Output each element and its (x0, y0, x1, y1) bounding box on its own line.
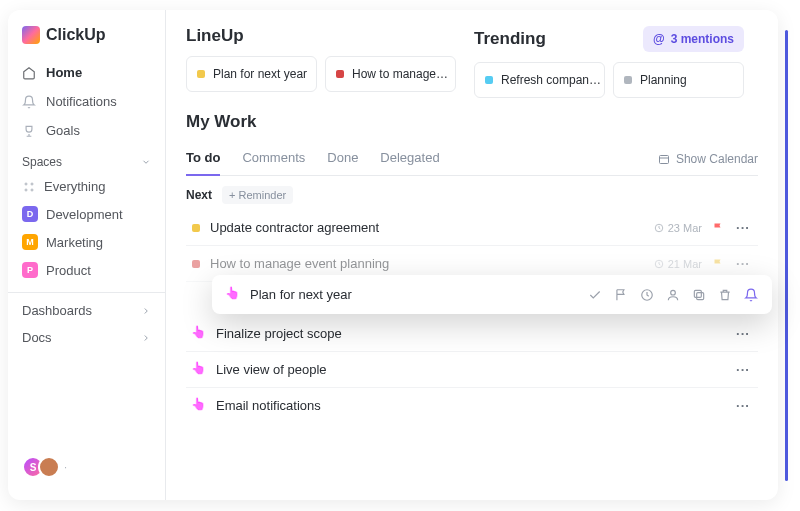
nav-goals[interactable]: Goals (8, 116, 165, 145)
more-icon[interactable]: ··· (734, 326, 752, 341)
status-dot (192, 224, 200, 232)
chevron-right-icon (141, 306, 151, 316)
tab-todo[interactable]: To do (186, 142, 220, 175)
svg-rect-9 (697, 292, 704, 299)
more-icon[interactable]: ··· (734, 398, 752, 413)
hand-icon (192, 363, 206, 377)
nav-label: Notifications (46, 94, 117, 109)
status-dot (197, 70, 205, 78)
sidebar-item-marketing[interactable]: M Marketing (8, 228, 165, 256)
svg-point-8 (671, 290, 676, 295)
everything-label: Everything (44, 179, 105, 194)
nav-label: Goals (46, 123, 80, 138)
task-title: Live view of people (216, 362, 724, 377)
trending-cards: Refresh compan… Planning (474, 62, 744, 98)
chevron-right-icon (141, 333, 151, 343)
avatar-stack[interactable]: S · (8, 446, 165, 488)
more-icon[interactable]: ··· (734, 256, 752, 271)
trending-title: Trending (474, 29, 546, 49)
space-label: Development (46, 207, 123, 222)
logo-icon (22, 26, 40, 44)
sidebar-dashboards[interactable]: Dashboards (8, 292, 165, 324)
lineup-title: LineUp (186, 26, 456, 46)
tab-comments[interactable]: Comments (242, 142, 305, 175)
task-title: Finalize project scope (216, 326, 724, 341)
trending-card[interactable]: Refresh compan… (474, 62, 605, 98)
space-label: Marketing (46, 235, 103, 250)
spaces-header-label: Spaces (22, 155, 62, 169)
bell-icon[interactable] (744, 288, 758, 302)
lineup-cards: Plan for next year How to manage… (186, 56, 456, 92)
at-icon: @ (653, 32, 665, 46)
card-label: Plan for next year (213, 67, 307, 81)
clock-icon[interactable] (640, 288, 654, 302)
trending-column: Trending @ 3 mentions Refresh compan… Pl… (474, 26, 744, 98)
task-row[interactable]: Finalize project scope ··· (186, 316, 758, 352)
hand-icon (192, 327, 206, 341)
calendar-icon (658, 153, 670, 165)
top-row: LineUp Plan for next year How to manage…… (186, 26, 758, 98)
popover-title: Plan for next year (250, 287, 578, 302)
sidebar: ClickUp Home Notifications Goals Spaces … (8, 10, 166, 500)
task-list: Update contractor agreement 23 Mar ··· H… (186, 210, 758, 423)
chevron-down-icon (141, 157, 151, 167)
my-work-tabs: To do Comments Done Delegated Show Calen… (186, 142, 758, 176)
add-reminder-button[interactable]: + Reminder (222, 186, 293, 204)
svg-point-3 (31, 189, 33, 191)
task-row[interactable]: Live view of people ··· (186, 352, 758, 388)
svg-rect-4 (659, 155, 668, 163)
more-icon[interactable]: ··· (734, 220, 752, 235)
tab-done[interactable]: Done (327, 142, 358, 175)
home-icon (22, 66, 36, 80)
status-dot (336, 70, 344, 78)
space-label: Product (46, 263, 91, 278)
mentions-label: 3 mentions (671, 32, 734, 46)
show-calendar-button[interactable]: Show Calendar (658, 152, 758, 166)
bell-icon (22, 95, 36, 109)
svg-rect-10 (694, 290, 701, 297)
sidebar-item-development[interactable]: D Development (8, 200, 165, 228)
next-row: Next + Reminder (186, 186, 758, 204)
grid-icon (22, 180, 36, 194)
sidebar-docs[interactable]: Docs (8, 324, 165, 351)
more-icon[interactable]: ··· (734, 362, 752, 377)
sidebar-item-everything[interactable]: Everything (8, 173, 165, 200)
lineup-card[interactable]: Plan for next year (186, 56, 317, 92)
trash-icon[interactable] (718, 288, 732, 302)
space-chip: D (22, 206, 38, 222)
copy-icon[interactable] (692, 288, 706, 302)
flag-icon[interactable] (712, 222, 724, 234)
flag-icon[interactable] (712, 258, 724, 270)
card-label: Planning (640, 73, 687, 87)
mentions-pill[interactable]: @ 3 mentions (643, 26, 744, 52)
tab-delegated[interactable]: Delegated (380, 142, 439, 175)
show-calendar-label: Show Calendar (676, 152, 758, 166)
status-dot (485, 76, 493, 84)
nav-notifications[interactable]: Notifications (8, 87, 165, 116)
nav-home[interactable]: Home (8, 58, 165, 87)
user-icon[interactable] (666, 288, 680, 302)
status-dot (624, 76, 632, 84)
trending-card[interactable]: Planning (613, 62, 744, 98)
task-row[interactable]: Update contractor agreement 23 Mar ··· (186, 210, 758, 246)
logo-text: ClickUp (46, 26, 106, 44)
logo[interactable]: ClickUp (8, 22, 165, 58)
sidebar-item-product[interactable]: P Product (8, 256, 165, 284)
flag-icon[interactable] (614, 288, 628, 302)
task-title: How to manage event planning (210, 256, 644, 271)
lineup-card[interactable]: How to manage… (325, 56, 456, 92)
task-popover[interactable]: Plan for next year (212, 275, 772, 314)
docs-label: Docs (22, 330, 52, 345)
check-icon[interactable] (588, 288, 602, 302)
card-label: How to manage… (352, 67, 448, 81)
status-dot (192, 260, 200, 268)
task-row[interactable]: Email notifications ··· (186, 388, 758, 423)
task-title: Update contractor agreement (210, 220, 644, 235)
spaces-header[interactable]: Spaces (8, 145, 165, 173)
nav-label: Home (46, 65, 82, 80)
svg-point-2 (25, 189, 27, 191)
card-label: Refresh compan… (501, 73, 601, 87)
main-content: LineUp Plan for next year How to manage…… (166, 10, 778, 500)
next-label: Next (186, 188, 212, 202)
app-window: ClickUp Home Notifications Goals Spaces … (8, 10, 778, 500)
